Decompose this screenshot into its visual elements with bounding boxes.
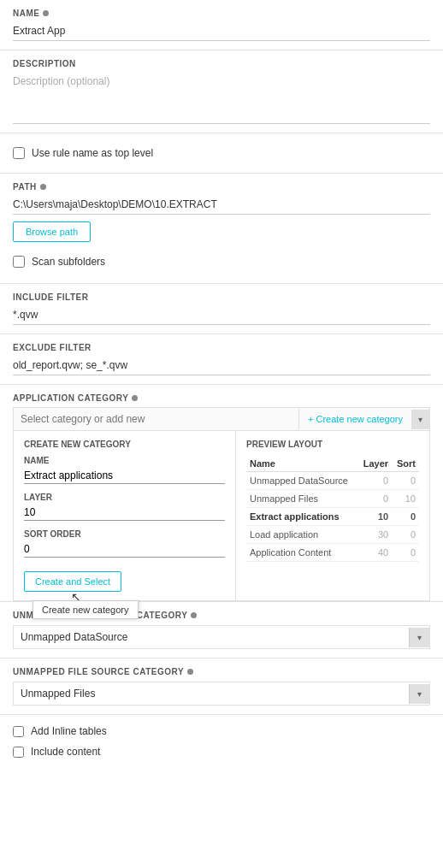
preview-row-sort: 0 [392, 544, 419, 562]
create-and-select-container: Create and Select ↖ Create new category [24, 566, 121, 592]
unmapped-ds-required [191, 612, 197, 618]
browse-path-button[interactable]: Browse path [13, 221, 91, 242]
required-indicator [43, 10, 49, 16]
create-layer-input[interactable] [24, 505, 225, 521]
preview-row-layer: 40 [358, 544, 393, 562]
app-category-required [132, 395, 138, 401]
create-sort-label: SORT ORDER [24, 529, 225, 539]
preview-row-name: Load application [246, 526, 358, 544]
name-value: Extract App [13, 22, 430, 41]
create-new-title: CREATE NEW CATEGORY [24, 440, 225, 449]
add-inline-label: Add Inline tables [31, 725, 107, 737]
app-category-label: APPLICATION CATEGORY [13, 393, 430, 403]
preview-row-name: Unmapped Files [246, 490, 358, 508]
preview-table-row: Load application 30 0 [246, 526, 419, 544]
unmapped-ds-value: Unmapped DataSource [14, 626, 409, 648]
description-placeholder: Description (optional) [13, 73, 430, 124]
include-filter-value: *.qvw [13, 306, 430, 325]
unmapped-file-value: Unmapped Files [14, 682, 409, 705]
create-new-panel: CREATE NEW CATEGORY NAME LAYER SORT ORDE… [14, 431, 236, 600]
preview-row-layer: 30 [358, 526, 393, 544]
include-content-label: Include content [31, 746, 100, 758]
preview-table-row: Unmapped Files 0 10 [246, 490, 419, 508]
path-required-indicator [40, 184, 46, 190]
use-rule-name-checkbox[interactable] [13, 147, 25, 159]
checkbox-section: Add Inline tables Include content [0, 714, 443, 776]
scan-subfolders-label: Scan subfolders [32, 256, 105, 268]
category-dropdown-arrow[interactable]: ▾ [411, 410, 429, 429]
tooltip-box: Create new category [32, 600, 139, 619]
unmapped-ds-dropdown-row: Unmapped DataSource ▾ [13, 625, 430, 649]
preview-col-sort: Sort [392, 456, 419, 472]
path-value: C:\Users\maja\Desktop\DEMO\10.EXTRACT [13, 196, 430, 215]
unmapped-file-dropdown-row: Unmapped Files ▾ [13, 682, 430, 706]
preview-row-layer: 0 [358, 490, 393, 508]
preview-row-name: Extract applications [246, 508, 358, 526]
preview-row-layer: 10 [358, 508, 393, 526]
preview-col-name: Name [246, 456, 358, 472]
preview-table: Name Layer Sort Unmapped DataSource 0 0 … [246, 456, 419, 562]
create-layer-label: LAYER [24, 493, 225, 502]
create-sort-input[interactable] [24, 541, 225, 558]
create-new-category-button[interactable]: + Create new category [298, 409, 411, 429]
preview-row-name: Unmapped DataSource [246, 472, 358, 490]
category-select-row: + Create new category ▾ [13, 407, 430, 431]
unmapped-file-required [187, 669, 193, 675]
scan-subfolders-checkbox[interactable] [13, 256, 25, 268]
scan-subfolders-row: Scan subfolders [13, 256, 430, 268]
preview-row-sort: 0 [392, 508, 419, 526]
unmapped-file-section: UNMAPPED FILE SOURCE CATEGORY Unmapped F… [0, 658, 443, 714]
preview-table-row: Unmapped DataSource 0 0 [246, 472, 419, 490]
add-inline-item: Add Inline tables [13, 725, 430, 737]
path-label: PATH [13, 182, 430, 192]
preview-row-sort: 10 [392, 490, 419, 508]
name-label: NAME [13, 9, 430, 18]
preview-table-row: Application Content 40 0 [246, 544, 419, 562]
exclude-filter-label: EXCLUDE FILTER [13, 343, 430, 352]
unmapped-file-dropdown-btn[interactable]: ▾ [409, 684, 429, 704]
exclude-filter-value: old_report.qvw; se_*.qvw [13, 357, 430, 375]
unmapped-file-label: UNMAPPED FILE SOURCE CATEGORY [13, 667, 430, 676]
preview-row-sort: 0 [392, 526, 419, 544]
use-rule-name-row: Use rule name as top level [13, 147, 430, 159]
category-select-input[interactable] [14, 408, 298, 430]
include-content-checkbox[interactable] [13, 747, 24, 758]
create-preview-panel: CREATE NEW CATEGORY NAME LAYER SORT ORDE… [13, 431, 430, 601]
preview-layout-title: PREVIEW LAYOUT [246, 440, 419, 449]
preview-table-row: Extract applications 10 0 [246, 508, 419, 526]
include-filter-label: INCLUDE FILTER [13, 292, 430, 302]
preview-row-name: Application Content [246, 544, 358, 562]
create-and-select-button[interactable]: Create and Select [24, 571, 121, 592]
create-name-label: NAME [24, 456, 225, 465]
preview-row-sort: 0 [392, 472, 419, 490]
preview-col-layer: Layer [358, 456, 393, 472]
use-rule-name-label: Use rule name as top level [32, 147, 153, 159]
add-inline-checkbox[interactable] [13, 726, 24, 737]
preview-row-layer: 0 [358, 472, 393, 490]
create-name-input[interactable] [24, 468, 225, 484]
include-content-item: Include content [13, 746, 430, 758]
preview-panel: PREVIEW LAYOUT Name Layer Sort Unmapped … [236, 431, 429, 600]
unmapped-ds-dropdown-btn[interactable]: ▾ [409, 628, 429, 647]
description-label: DESCRIPTION [13, 59, 430, 68]
